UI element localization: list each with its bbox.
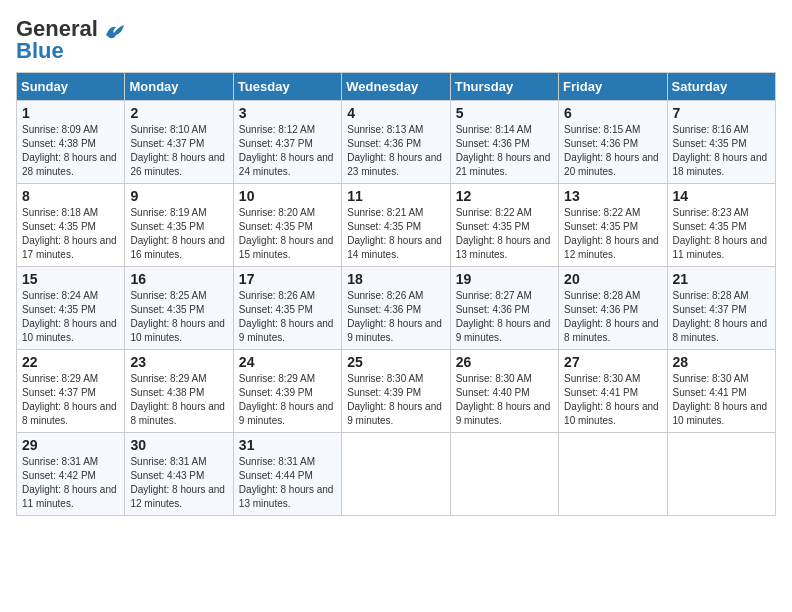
calendar-cell: 24 Sunrise: 8:29 AMSunset: 4:39 PMDaylig… [233,350,341,433]
calendar-cell: 15 Sunrise: 8:24 AMSunset: 4:35 PMDaylig… [17,267,125,350]
day-info: Sunrise: 8:29 AMSunset: 4:39 PMDaylight:… [239,372,336,428]
day-number: 27 [564,354,661,370]
logo: General Blue [16,16,126,64]
calendar-cell: 28 Sunrise: 8:30 AMSunset: 4:41 PMDaylig… [667,350,775,433]
header-cell-wednesday: Wednesday [342,73,450,101]
day-number: 25 [347,354,444,370]
day-number: 7 [673,105,770,121]
calendar-row-5: 29 Sunrise: 8:31 AMSunset: 4:42 PMDaylig… [17,433,776,516]
day-info: Sunrise: 8:15 AMSunset: 4:36 PMDaylight:… [564,123,661,179]
day-info: Sunrise: 8:28 AMSunset: 4:36 PMDaylight:… [564,289,661,345]
calendar-cell: 12 Sunrise: 8:22 AMSunset: 4:35 PMDaylig… [450,184,558,267]
calendar-cell: 5 Sunrise: 8:14 AMSunset: 4:36 PMDayligh… [450,101,558,184]
day-number: 5 [456,105,553,121]
day-number: 26 [456,354,553,370]
calendar-header: SundayMondayTuesdayWednesdayThursdayFrid… [17,73,776,101]
day-number: 12 [456,188,553,204]
calendar-cell: 27 Sunrise: 8:30 AMSunset: 4:41 PMDaylig… [559,350,667,433]
day-number: 28 [673,354,770,370]
calendar-cell: 25 Sunrise: 8:30 AMSunset: 4:39 PMDaylig… [342,350,450,433]
day-number: 4 [347,105,444,121]
day-info: Sunrise: 8:31 AMSunset: 4:44 PMDaylight:… [239,455,336,511]
calendar-cell: 1 Sunrise: 8:09 AMSunset: 4:38 PMDayligh… [17,101,125,184]
day-number: 22 [22,354,119,370]
calendar-cell [342,433,450,516]
day-number: 8 [22,188,119,204]
calendar-cell: 3 Sunrise: 8:12 AMSunset: 4:37 PMDayligh… [233,101,341,184]
day-number: 16 [130,271,227,287]
calendar-cell: 10 Sunrise: 8:20 AMSunset: 4:35 PMDaylig… [233,184,341,267]
day-number: 9 [130,188,227,204]
day-info: Sunrise: 8:12 AMSunset: 4:37 PMDaylight:… [239,123,336,179]
day-number: 13 [564,188,661,204]
day-info: Sunrise: 8:10 AMSunset: 4:37 PMDaylight:… [130,123,227,179]
calendar-cell: 13 Sunrise: 8:22 AMSunset: 4:35 PMDaylig… [559,184,667,267]
calendar-cell: 19 Sunrise: 8:27 AMSunset: 4:36 PMDaylig… [450,267,558,350]
day-info: Sunrise: 8:16 AMSunset: 4:35 PMDaylight:… [673,123,770,179]
calendar-cell: 23 Sunrise: 8:29 AMSunset: 4:38 PMDaylig… [125,350,233,433]
day-number: 6 [564,105,661,121]
day-info: Sunrise: 8:22 AMSunset: 4:35 PMDaylight:… [564,206,661,262]
calendar-cell: 11 Sunrise: 8:21 AMSunset: 4:35 PMDaylig… [342,184,450,267]
day-info: Sunrise: 8:14 AMSunset: 4:36 PMDaylight:… [456,123,553,179]
day-number: 11 [347,188,444,204]
day-info: Sunrise: 8:30 AMSunset: 4:41 PMDaylight:… [673,372,770,428]
header-cell-friday: Friday [559,73,667,101]
calendar-cell: 4 Sunrise: 8:13 AMSunset: 4:36 PMDayligh… [342,101,450,184]
calendar-row-1: 1 Sunrise: 8:09 AMSunset: 4:38 PMDayligh… [17,101,776,184]
day-info: Sunrise: 8:30 AMSunset: 4:39 PMDaylight:… [347,372,444,428]
day-number: 30 [130,437,227,453]
calendar-cell: 9 Sunrise: 8:19 AMSunset: 4:35 PMDayligh… [125,184,233,267]
day-info: Sunrise: 8:30 AMSunset: 4:40 PMDaylight:… [456,372,553,428]
calendar-cell: 16 Sunrise: 8:25 AMSunset: 4:35 PMDaylig… [125,267,233,350]
calendar-cell: 29 Sunrise: 8:31 AMSunset: 4:42 PMDaylig… [17,433,125,516]
day-info: Sunrise: 8:27 AMSunset: 4:36 PMDaylight:… [456,289,553,345]
header-cell-monday: Monday [125,73,233,101]
calendar-cell: 18 Sunrise: 8:26 AMSunset: 4:36 PMDaylig… [342,267,450,350]
day-number: 24 [239,354,336,370]
day-info: Sunrise: 8:26 AMSunset: 4:35 PMDaylight:… [239,289,336,345]
day-number: 14 [673,188,770,204]
page-header: General Blue [16,16,776,64]
day-number: 21 [673,271,770,287]
calendar-cell: 30 Sunrise: 8:31 AMSunset: 4:43 PMDaylig… [125,433,233,516]
day-number: 20 [564,271,661,287]
calendar-body: 1 Sunrise: 8:09 AMSunset: 4:38 PMDayligh… [17,101,776,516]
header-cell-thursday: Thursday [450,73,558,101]
day-number: 29 [22,437,119,453]
day-info: Sunrise: 8:31 AMSunset: 4:42 PMDaylight:… [22,455,119,511]
day-info: Sunrise: 8:18 AMSunset: 4:35 PMDaylight:… [22,206,119,262]
day-number: 23 [130,354,227,370]
day-number: 18 [347,271,444,287]
day-info: Sunrise: 8:31 AMSunset: 4:43 PMDaylight:… [130,455,227,511]
day-info: Sunrise: 8:09 AMSunset: 4:38 PMDaylight:… [22,123,119,179]
day-number: 31 [239,437,336,453]
day-info: Sunrise: 8:29 AMSunset: 4:37 PMDaylight:… [22,372,119,428]
day-number: 17 [239,271,336,287]
calendar-cell: 7 Sunrise: 8:16 AMSunset: 4:35 PMDayligh… [667,101,775,184]
calendar-cell: 8 Sunrise: 8:18 AMSunset: 4:35 PMDayligh… [17,184,125,267]
day-info: Sunrise: 8:30 AMSunset: 4:41 PMDaylight:… [564,372,661,428]
day-info: Sunrise: 8:21 AMSunset: 4:35 PMDaylight:… [347,206,444,262]
calendar-cell: 6 Sunrise: 8:15 AMSunset: 4:36 PMDayligh… [559,101,667,184]
day-info: Sunrise: 8:26 AMSunset: 4:36 PMDaylight:… [347,289,444,345]
day-info: Sunrise: 8:20 AMSunset: 4:35 PMDaylight:… [239,206,336,262]
day-number: 1 [22,105,119,121]
calendar-cell: 31 Sunrise: 8:31 AMSunset: 4:44 PMDaylig… [233,433,341,516]
day-info: Sunrise: 8:13 AMSunset: 4:36 PMDaylight:… [347,123,444,179]
calendar-cell: 26 Sunrise: 8:30 AMSunset: 4:40 PMDaylig… [450,350,558,433]
day-info: Sunrise: 8:22 AMSunset: 4:35 PMDaylight:… [456,206,553,262]
calendar-cell [559,433,667,516]
day-number: 2 [130,105,227,121]
day-number: 10 [239,188,336,204]
calendar-cell: 22 Sunrise: 8:29 AMSunset: 4:37 PMDaylig… [17,350,125,433]
day-number: 19 [456,271,553,287]
calendar-cell: 17 Sunrise: 8:26 AMSunset: 4:35 PMDaylig… [233,267,341,350]
day-info: Sunrise: 8:24 AMSunset: 4:35 PMDaylight:… [22,289,119,345]
day-info: Sunrise: 8:19 AMSunset: 4:35 PMDaylight:… [130,206,227,262]
calendar-cell: 21 Sunrise: 8:28 AMSunset: 4:37 PMDaylig… [667,267,775,350]
day-number: 3 [239,105,336,121]
day-number: 15 [22,271,119,287]
calendar-row-2: 8 Sunrise: 8:18 AMSunset: 4:35 PMDayligh… [17,184,776,267]
logo-blue-text: Blue [16,38,64,64]
